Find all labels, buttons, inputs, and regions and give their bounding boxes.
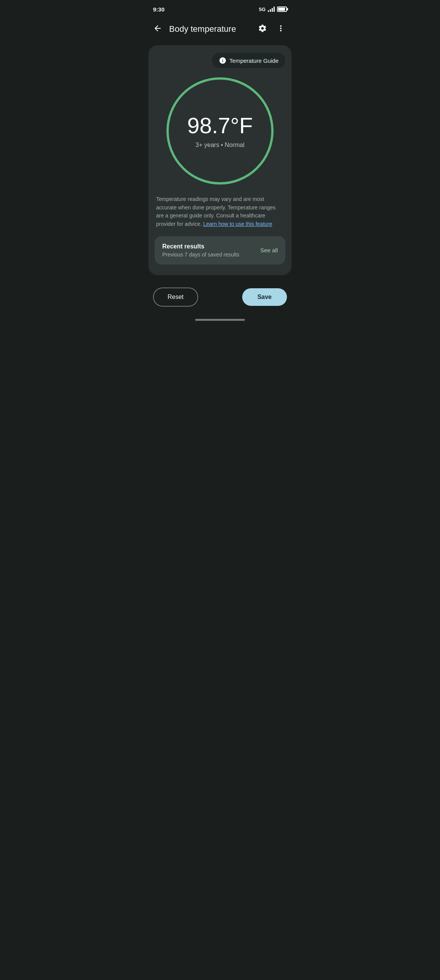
status-bar: 9:30 5G xyxy=(145,0,295,17)
page-title: Body temperature xyxy=(169,24,236,34)
status-icons: 5G xyxy=(259,7,287,12)
save-button[interactable]: Save xyxy=(242,288,287,306)
bottom-actions: Reset Save xyxy=(145,277,295,314)
temperature-circle: 98.7°F 3+ years • Normal xyxy=(166,77,274,185)
reset-button[interactable]: Reset xyxy=(153,287,198,307)
home-indicator xyxy=(145,314,295,324)
recent-results-subtitle: Previous 7 days of saved results xyxy=(162,252,240,258)
gear-icon xyxy=(258,24,267,33)
app-header: Body temperature xyxy=(145,17,295,44)
main-content: Temperature Guide 98.7°F 3+ years • Norm… xyxy=(148,45,292,275)
temperature-meta: 3+ years • Normal xyxy=(196,142,244,149)
back-arrow-icon xyxy=(153,24,162,33)
network-type: 5G xyxy=(259,7,266,12)
status-time: 9:30 xyxy=(153,6,165,13)
signal-icon xyxy=(268,7,275,12)
header-right xyxy=(255,21,288,38)
header-left: Body temperature xyxy=(152,22,236,36)
see-all-button[interactable]: See all xyxy=(260,247,278,253)
disclaimer-text: Temperature readings may vary and are mo… xyxy=(155,195,285,229)
recent-results-title: Recent results xyxy=(162,243,240,250)
battery-icon xyxy=(277,7,287,12)
temperature-circle-container: 98.7°F 3+ years • Normal xyxy=(155,77,285,185)
temperature-value: 98.7°F xyxy=(187,113,253,138)
info-icon xyxy=(219,57,227,64)
more-options-button[interactable] xyxy=(273,21,288,38)
settings-button[interactable] xyxy=(255,21,270,38)
recent-results-card[interactable]: Recent results Previous 7 days of saved … xyxy=(155,236,285,265)
home-bar xyxy=(195,319,245,321)
back-button[interactable] xyxy=(152,22,164,36)
learn-more-link[interactable]: Learn how to use this feature xyxy=(203,221,272,227)
recent-results-left: Recent results Previous 7 days of saved … xyxy=(162,243,240,258)
temperature-guide-button[interactable]: Temperature Guide xyxy=(212,53,285,68)
more-vert-icon xyxy=(276,24,285,33)
temperature-guide-label: Temperature Guide xyxy=(230,57,279,64)
